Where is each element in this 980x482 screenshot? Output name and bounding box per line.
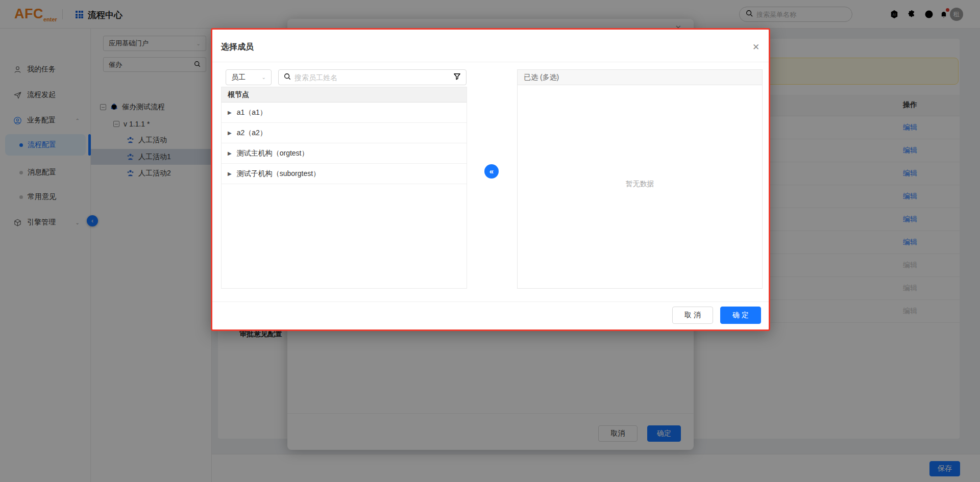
org-tree-panel: 根节点 ▶ a1（a1） ▶ a2（a2） ▶ 测试主机构（orgtest） ▶… <box>221 87 467 289</box>
caret-right-icon[interactable]: ▶ <box>228 171 232 176</box>
org-tree-item-label: a2（a2） <box>237 129 267 138</box>
caret-right-icon[interactable]: ▶ <box>228 110 232 115</box>
member-type-value: 员工 <box>231 73 246 82</box>
search-icon <box>284 73 291 82</box>
select-member-modal: 选择成员 ✕ 员工 ⌄ 根节点 ▶ a1（a1） ▶ a2（a2） ▶ 测试主机… <box>211 28 770 331</box>
caret-right-icon[interactable]: ▶ <box>228 150 232 156</box>
org-tree-item-label: 测试主机构（orgtest） <box>237 149 309 158</box>
modal-confirm-button[interactable]: 确 定 <box>720 307 761 324</box>
modal-footer-divider <box>212 301 769 302</box>
member-search-box[interactable] <box>278 69 467 85</box>
selected-members-panel: 已选 (多选) 暂无数据 <box>517 69 763 289</box>
modal-header-divider <box>212 62 769 62</box>
close-icon[interactable]: ✕ <box>752 42 760 53</box>
selected-members-header: 已选 (多选) <box>518 70 762 85</box>
member-search-input[interactable] <box>295 73 450 82</box>
chevron-down-icon: ⌄ <box>262 74 266 80</box>
org-tree-item[interactable]: ▶ 测试主机构（orgtest） <box>222 143 467 164</box>
org-tree-item-label: a1（a1） <box>237 108 267 117</box>
modal-title: 选择成员 <box>221 42 254 53</box>
org-tree-root-header: 根节点 <box>222 87 467 103</box>
transfer-left-button[interactable]: « <box>484 164 499 179</box>
org-tree-item[interactable]: ▶ 测试子机构（suborgtest） <box>222 164 467 184</box>
app-root: AFCenter 流程中心 AI 租 <box>0 0 980 482</box>
org-tree-item[interactable]: ▶ a2（a2） <box>222 123 467 143</box>
caret-right-icon[interactable]: ▶ <box>228 130 232 136</box>
org-tree-item[interactable]: ▶ a1（a1） <box>222 103 467 123</box>
empty-state-text: 暂无数据 <box>518 180 762 189</box>
member-type-select[interactable]: 员工 ⌄ <box>226 69 272 85</box>
filter-funnel-icon[interactable] <box>453 72 461 82</box>
modal-cancel-button[interactable]: 取 消 <box>672 307 713 324</box>
org-tree-item-label: 测试子机构（suborgtest） <box>237 169 320 179</box>
